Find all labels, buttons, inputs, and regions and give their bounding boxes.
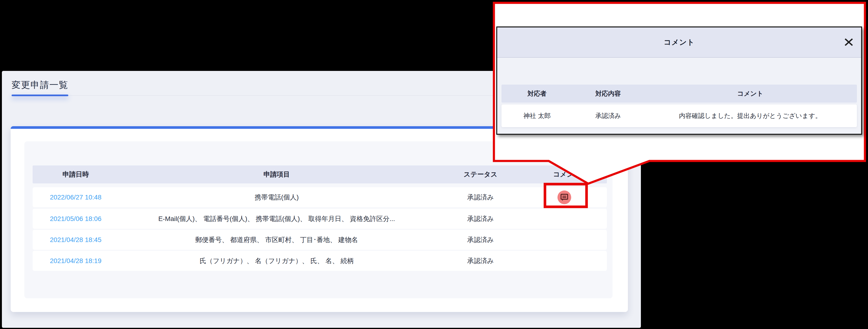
request-list-card: 申請日時 申請項目 ステータス コメント 2022/06/27 10:48 携帯… — [24, 141, 613, 298]
column-header-date: 申請日時 — [33, 170, 119, 179]
status-text: 承認済み — [435, 193, 527, 202]
close-icon[interactable]: ✕ — [843, 36, 855, 49]
request-date-link[interactable]: 2022/06/27 10:48 — [50, 193, 101, 201]
column-header-action: 対応内容 — [572, 89, 644, 98]
column-header-responder: 対応者 — [501, 89, 572, 98]
table-row: 2021/05/06 18:06 E-Mail(個人)、 電話番号(個人)、 携… — [33, 209, 607, 229]
modal-table-header-row: 対応者 対応内容 コメント — [501, 85, 857, 102]
column-header-comment: コメント — [527, 170, 607, 179]
table-row: 2022/06/27 10:48 携帯電話(個人) 承認済み — [33, 187, 607, 207]
column-header-status: ステータス — [435, 170, 527, 179]
request-items: 携帯電話(個人) — [119, 193, 435, 202]
request-date-link[interactable]: 2021/05/06 18:06 — [50, 215, 101, 222]
comment-modal: コメント ✕ 対応者 対応内容 コメント 神社 太郎 承認済み 内容確認しました… — [496, 27, 862, 135]
status-text: 承認済み — [435, 257, 527, 265]
action-text: 承認済み — [572, 112, 644, 120]
table-row: 2021/04/28 18:19 氏（フリガナ）、 名（フリガナ）、 氏、 名、… — [33, 251, 607, 271]
page-title: 変更申請一覧 — [11, 79, 68, 91]
modal-title: コメント — [664, 37, 695, 47]
modal-table-row: 神社 太郎 承認済み 内容確認しました。提出ありがとうございます。 — [501, 104, 857, 127]
request-date-link[interactable]: 2021/04/28 18:45 — [50, 236, 101, 243]
column-header-items: 申請項目 — [119, 170, 435, 179]
modal-header: コメント ✕ — [497, 27, 861, 58]
responder-name: 神社 太郎 — [501, 112, 572, 120]
request-items: 郵便番号、 都道府県、 市区町村、 丁目･番地、 建物名 — [119, 235, 435, 244]
column-header-comment: コメント — [644, 89, 857, 98]
request-items: 氏（フリガナ）、 名（フリガナ）、 氏、 名、 続柄 — [119, 257, 435, 265]
screen: 変更申請一覧 申請日時 申請項目 ステータス コメント 2022/06/27 1… — [0, 0, 868, 329]
status-text: 承認済み — [435, 235, 527, 244]
table-row: 2021/04/28 18:45 郵便番号、 都道府県、 市区町村、 丁目･番地… — [33, 230, 607, 250]
active-tab-indicator — [11, 94, 68, 96]
status-text: 承認済み — [435, 214, 527, 223]
request-date-link[interactable]: 2021/04/28 18:19 — [50, 257, 101, 265]
comment-text: 内容確認しました。提出ありがとうございます。 — [644, 112, 857, 120]
content-wrapper: 申請日時 申請項目 ステータス コメント 2022/06/27 10:48 携帯… — [11, 126, 628, 312]
comment-button[interactable] — [557, 190, 571, 204]
request-items: E-Mail(個人)、 電話番号(個人)、 携帯電話(個人)、 取得年月日、 資… — [119, 214, 435, 223]
comment-bubble-icon — [560, 193, 569, 202]
table-header-row: 申請日時 申請項目 ステータス コメント — [33, 166, 607, 183]
